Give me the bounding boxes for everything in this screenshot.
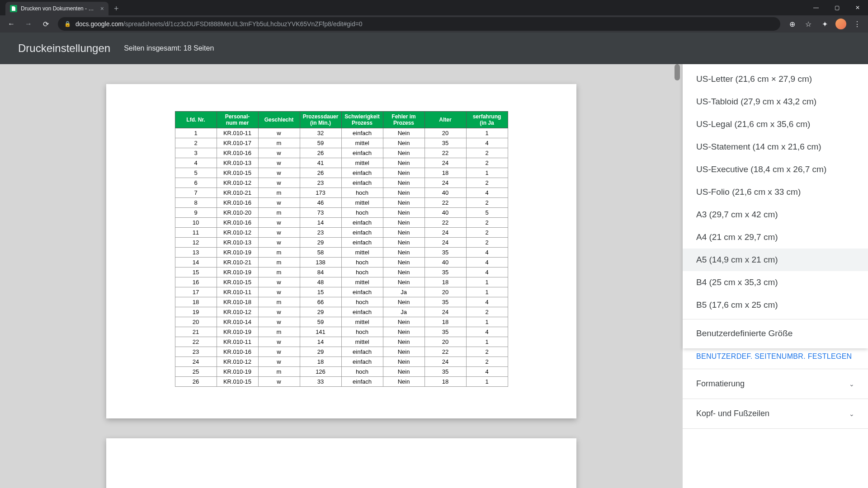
table-cell: 4 [466, 327, 508, 337]
table-cell: 20 [175, 317, 217, 327]
minimize-button[interactable]: — [806, 0, 826, 15]
table-cell: 2 [466, 198, 508, 208]
table-cell: KR.010-20 [217, 208, 258, 218]
table-cell: Nein [383, 377, 425, 387]
table-cell: 2 [466, 228, 508, 238]
custom-size-option[interactable]: Benutzerdefinierte Größe [683, 322, 868, 345]
table-cell: w [258, 148, 300, 158]
table-cell: Nein [383, 317, 425, 327]
profile-avatar[interactable] [834, 17, 848, 31]
table-cell: 26 [300, 168, 341, 178]
address-bar[interactable]: 🔒 docs.google.com/spreadsheets/d/1cz3cDU… [58, 17, 780, 31]
table-cell: 14 [300, 218, 341, 228]
formatting-section[interactable]: Formatierung ⌄ [683, 369, 868, 399]
table-cell: mittel [341, 248, 383, 258]
table-cell: 2 [466, 357, 508, 367]
table-cell: w [258, 337, 300, 347]
table-cell: 26 [300, 148, 341, 158]
headers-footers-section[interactable]: Kopf- und Fußzeilen ⌄ [683, 399, 868, 429]
table-cell: m [258, 248, 300, 258]
paper-size-option[interactable]: US-Tabloid (27,9 cm x 43,2 cm) [683, 90, 868, 113]
paper-size-option[interactable]: A5 (14,9 cm x 21 cm) [683, 249, 868, 271]
paper-size-option[interactable]: US-Legal (21,6 cm x 35,6 cm) [683, 113, 868, 136]
paper-size-option[interactable]: B5 (17,6 cm x 25 cm) [683, 294, 868, 316]
browser-tab[interactable]: Drucken von Dokumenten - Goo… × [5, 2, 108, 15]
table-cell: 11 [175, 228, 217, 238]
table-cell: 141 [300, 327, 341, 337]
table-row: 1KR.010-11w32einfachNein201 [175, 128, 508, 138]
table-row: 22KR.010-11w14mittelNein201 [175, 337, 508, 347]
table-cell: 32 [300, 128, 341, 138]
table-cell: Nein [383, 188, 425, 198]
table-cell: m [258, 138, 300, 148]
table-cell: einfach [341, 168, 383, 178]
table-cell: 40 [425, 208, 466, 218]
table-cell: 3 [175, 148, 217, 158]
table-cell: 18 [300, 357, 341, 367]
table-cell: einfach [341, 148, 383, 158]
paper-size-option[interactable]: A3 (29,7 cm x 42 cm) [683, 203, 868, 226]
table-cell: 35 [425, 367, 466, 377]
table-cell: 29 [300, 238, 341, 248]
back-button[interactable]: ← [4, 16, 19, 32]
close-tab-icon[interactable]: × [100, 5, 104, 12]
table-row: 16KR.010-15w48mittelNein181 [175, 277, 508, 287]
table-cell: 40 [425, 258, 466, 267]
browser-menu-icon[interactable]: ⋮ [850, 17, 864, 31]
column-header: Fehler im Prozess [383, 112, 425, 128]
table-cell: 29 [300, 307, 341, 317]
table-cell: Nein [383, 158, 425, 168]
paper-size-option[interactable]: US-Executive (18,4 cm x 26,7 cm) [683, 158, 868, 181]
close-window-button[interactable]: ✕ [847, 0, 868, 15]
paper-size-option[interactable]: US-Folio (21,6 cm x 33 cm) [683, 181, 868, 203]
table-cell: 1 [466, 317, 508, 327]
reload-button[interactable]: ⟳ [38, 16, 53, 32]
lock-icon: 🔒 [64, 21, 71, 27]
table-cell: w [258, 277, 300, 287]
table-cell: 126 [300, 367, 341, 377]
paper-size-option[interactable]: B4 (25 cm x 35,3 cm) [683, 271, 868, 294]
table-cell: einfach [341, 128, 383, 138]
extensions-icon[interactable]: ✦ [817, 17, 832, 31]
print-preview-area[interactable]: Lfd. Nr.Personal-num merGeschlechtProzes… [0, 64, 683, 488]
table-row: 2KR.010-17m59mittelNein354 [175, 138, 508, 148]
maximize-button[interactable]: ▢ [826, 0, 847, 15]
table-cell: Nein [383, 258, 425, 267]
scrollbar-thumb[interactable] [675, 64, 680, 80]
browser-toolbar: ← → ⟳ 🔒 docs.google.com/spreadsheets/d/1… [0, 15, 868, 33]
preview-page-1: Lfd. Nr.Personal-num merGeschlechtProzes… [106, 84, 576, 418]
new-tab-button[interactable]: + [114, 4, 119, 14]
table-cell: w [258, 128, 300, 138]
table-cell: 66 [300, 297, 341, 307]
bookmark-icon[interactable]: ☆ [801, 17, 816, 31]
paper-size-option[interactable]: US-Statement (14 cm x 21,6 cm) [683, 136, 868, 158]
paper-size-option[interactable]: US-Letter (21,6 cm × 27,9 cm) [683, 68, 868, 90]
table-cell: KR.010-12 [217, 228, 258, 238]
table-cell: w [258, 228, 300, 238]
table-cell: 13 [175, 248, 217, 258]
table-cell: 1 [466, 377, 508, 387]
tab-title: Drucken von Dokumenten - Goo… [21, 5, 97, 12]
column-header: Prozessdauer (in Min.) [300, 112, 341, 128]
paper-size-dropdown: US-Letter (21,6 cm × 27,9 cm)US-Tabloid … [683, 64, 868, 348]
sheets-favicon-icon [10, 5, 17, 12]
table-row: 5KR.010-15w26einfachNein181 [175, 168, 508, 178]
table-cell: 4 [466, 248, 508, 258]
table-row: 4KR.010-13w41mittelNein242 [175, 158, 508, 168]
paper-size-option[interactable]: A4 (21 cm x 29,7 cm) [683, 226, 868, 249]
table-cell: 40 [425, 188, 466, 198]
forward-button[interactable]: → [21, 16, 36, 32]
table-cell: 17 [175, 287, 217, 297]
table-cell: hoch [341, 208, 383, 218]
zoom-icon[interactable]: ⊕ [785, 17, 799, 31]
table-cell: 41 [300, 158, 341, 168]
table-cell: 73 [300, 208, 341, 218]
table-cell: 22 [425, 218, 466, 228]
table-cell: einfach [341, 307, 383, 317]
column-header: Alter [425, 112, 466, 128]
table-cell: 29 [300, 347, 341, 357]
table-cell: 2 [175, 138, 217, 148]
table-cell: KR.010-17 [217, 138, 258, 148]
table-cell: 1 [466, 168, 508, 178]
headers-footers-label: Kopf- und Fußzeilen [696, 409, 769, 418]
